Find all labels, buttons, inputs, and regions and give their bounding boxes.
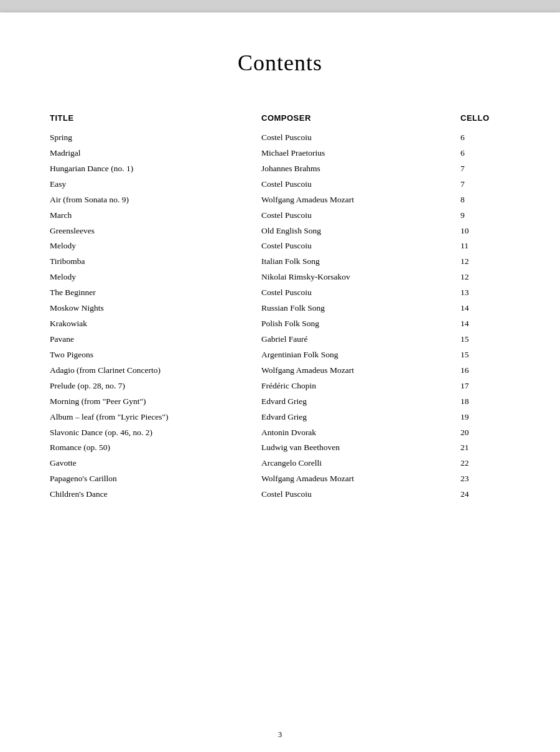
table-row: Two PigeonsArgentinian Folk Song15 [50,349,510,362]
table-row: Slavonic Dance (op. 46, no. 2)Antonin Dv… [50,426,510,439]
cell-cello: 16 [460,364,510,377]
cell-composer: Italian Folk Song [261,255,460,268]
cell-composer: Edvard Grieg [261,395,460,408]
table-row: Papageno's CarillonWolfgang Amadeus Moza… [50,472,510,486]
table-row: GreensleevesOld English Song10 [50,225,510,238]
table-row: EasyCostel Puscoiu7 [50,178,510,191]
cell-cello: 14 [460,302,510,315]
table-row: MadrigalMichael Praetorius6 [50,147,510,160]
table-row: SpringCostel Puscoiu6 [50,131,510,144]
cell-title: Two Pigeons [50,349,261,362]
cell-title: Pavane [50,333,261,346]
cell-composer: Michael Praetorius [261,147,460,160]
cell-cello: 19 [460,411,510,424]
table-row: Prelude (op. 28, no. 7)Frédéric Chopin17 [50,380,510,393]
cell-composer: Johannes Brahms [261,162,460,176]
cell-composer: Wolfgang Amadeus Mozart [261,472,460,486]
cell-title: Adagio (from Clarinet Concerto) [50,364,261,377]
header-composer: COMPOSER [261,113,460,123]
cell-cello: 7 [460,178,510,191]
cell-cello: 12 [460,271,510,284]
cell-composer: Wolfgang Amadeus Mozart [261,194,460,207]
page-title: Contents [50,50,510,76]
cell-title: Madrigal [50,147,261,160]
cell-composer: Costel Puscoiu [261,178,460,191]
cell-composer: Gabriel Fauré [261,333,460,346]
table-row: Children's DanceCostel Puscoiu24 [50,488,510,501]
cell-composer: Argentinian Folk Song [261,349,460,362]
cell-composer: Edvard Grieg [261,411,460,424]
cell-composer: Old English Song [261,225,460,238]
cell-composer: Costel Puscoiu [261,488,460,501]
cell-title: Slavonic Dance (op. 46, no. 2) [50,426,261,439]
cell-title: Romance (op. 50) [50,441,261,454]
cell-composer: Costel Puscoiu [261,131,460,144]
cell-cello: 9 [460,209,510,222]
table-header: TITLE COMPOSER CELLO [50,113,510,123]
table-row: The BeginnerCostel Puscoiu13 [50,286,510,299]
table-row: PavaneGabriel Fauré15 [50,333,510,346]
cell-title: Melody [50,271,261,284]
cell-title: Greensleeves [50,225,261,238]
cell-cello: 23 [460,472,510,486]
table-row: Hungarian Dance (no. 1)Johannes Brahms7 [50,162,510,176]
table-row: Adagio (from Clarinet Concerto)Wolfgang … [50,364,510,377]
cell-cello: 15 [460,333,510,346]
cell-cello: 22 [460,457,510,470]
cell-title: The Beginner [50,286,261,299]
table-row: Moskow NightsRussian Folk Song14 [50,302,510,315]
table-row: Album – leaf (from "Lyric Pieces")Edvard… [50,411,510,424]
cell-title: March [50,209,261,222]
table-row: GavotteArcangelo Corelli22 [50,457,510,470]
table-row: Air (from Sonata no. 9)Wolfgang Amadeus … [50,194,510,207]
cell-title: Hungarian Dance (no. 1) [50,162,261,176]
cell-cello: 11 [460,240,510,253]
table-body: SpringCostel Puscoiu6MadrigalMichael Pra… [50,131,510,501]
cell-cello: 17 [460,380,510,393]
cell-composer: Wolfgang Amadeus Mozart [261,364,460,377]
cell-composer: Frédéric Chopin [261,380,460,393]
cell-composer: Costel Puscoiu [261,286,460,299]
cell-title: Morning (from "Peer Gynt") [50,395,261,408]
cell-cello: 12 [460,255,510,268]
cell-title: Gavotte [50,457,261,470]
table-row: MelodyNikolai Rimsky-Korsakov12 [50,271,510,284]
cell-cello: 14 [460,317,510,331]
cell-cello: 6 [460,131,510,144]
cell-title: Easy [50,178,261,191]
cell-composer: Nikolai Rimsky-Korsakov [261,271,460,284]
cell-cello: 6 [460,147,510,160]
cell-title: Air (from Sonata no. 9) [50,194,261,207]
cell-composer: Polish Folk Song [261,317,460,331]
cell-title: Krakowiak [50,317,261,331]
cell-composer: Costel Puscoiu [261,240,460,253]
cell-title: Spring [50,131,261,144]
header-cello: CELLO [460,113,510,123]
cell-title: Moskow Nights [50,302,261,315]
header-title: TITLE [50,113,261,123]
cell-composer: Arcangelo Corelli [261,457,460,470]
cell-cello: 15 [460,349,510,362]
cell-composer: Costel Puscoiu [261,209,460,222]
cell-title: Papageno's Carillon [50,472,261,486]
cell-title: Melody [50,240,261,253]
cell-cello: 18 [460,395,510,408]
table-row: MelodyCostel Puscoiu11 [50,240,510,253]
cell-cello: 24 [460,488,510,501]
table-row: Romance (op. 50)Ludwig van Beethoven21 [50,441,510,454]
cell-title: Children's Dance [50,488,261,501]
page-number: 3 [0,730,560,740]
cell-cello: 13 [460,286,510,299]
cell-cello: 21 [460,441,510,454]
cell-cello: 10 [460,225,510,238]
cell-composer: Russian Folk Song [261,302,460,315]
cell-composer: Ludwig van Beethoven [261,441,460,454]
cell-cello: 8 [460,194,510,207]
table-row: TiribombaItalian Folk Song12 [50,255,510,268]
table-row: MarchCostel Puscoiu9 [50,209,510,222]
table-row: KrakowiakPolish Folk Song14 [50,317,510,331]
cell-title: Prelude (op. 28, no. 7) [50,380,261,393]
cell-title: Tiribomba [50,255,261,268]
cell-composer: Antonin Dvorak [261,426,460,439]
cell-cello: 20 [460,426,510,439]
